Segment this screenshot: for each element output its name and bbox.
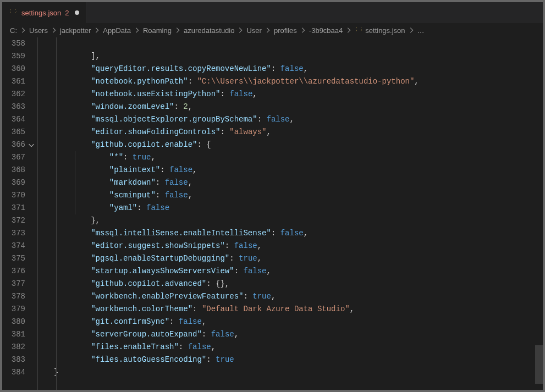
- code-line[interactable]: "github.copilot.enable": {: [54, 139, 535, 151]
- code-line[interactable]: "mssql.objectExplorer.groupBySchema": fa…: [54, 113, 535, 126]
- breadcrumb-segment[interactable]: -3b9cbaa4: [309, 26, 343, 35]
- line-number: 383: [2, 354, 25, 366]
- tab-filename: settings.json: [21, 9, 61, 17]
- tab-bar: settings.json 2: [2, 2, 543, 23]
- line-number: 373: [2, 227, 25, 240]
- line-number: 371: [2, 202, 25, 214]
- indent-guide: [56, 37, 57, 390]
- code-line[interactable]: "editor.showFoldingControls": "always",: [54, 126, 535, 139]
- chevron-right-icon: [93, 26, 101, 34]
- code-line[interactable]: "editor.suggest.showSnippets": false,: [54, 240, 535, 252]
- code-line[interactable]: "window.zoomLevel": 2,: [54, 101, 535, 113]
- breadcrumb-segment[interactable]: C:: [10, 26, 17, 35]
- line-number: 369: [2, 176, 25, 189]
- breadcrumb-segment[interactable]: Users: [29, 26, 48, 35]
- code-line[interactable]: "workbench.colorTheme": "Default Dark Az…: [54, 303, 535, 316]
- code-line[interactable]: "plaintext": false,: [54, 164, 535, 176]
- code-line[interactable]: }: [54, 366, 535, 379]
- line-number: 366: [2, 139, 25, 151]
- line-number: 379: [2, 303, 25, 316]
- code-line[interactable]: "serverGroup.autoExpand": false,: [54, 328, 535, 341]
- vertical-scrollbar[interactable]: [535, 37, 543, 390]
- breadcrumb-segment[interactable]: AppData: [103, 26, 131, 35]
- code-line[interactable]: "queryEditor.results.copyRemoveNewLine":…: [54, 63, 535, 75]
- code-line[interactable]: "git.confirmSync": false,: [54, 316, 535, 328]
- line-number: 376: [2, 265, 25, 278]
- breadcrumb-segment[interactable]: profiles: [274, 26, 297, 35]
- indent-guide: [75, 151, 75, 214]
- line-number: 360: [2, 63, 25, 75]
- code-line[interactable]: "notebook.pythonPath": "C:\\Users\\jackp…: [54, 75, 535, 88]
- chevron-right-icon: [264, 26, 272, 34]
- fold-toggle-icon[interactable]: [27, 141, 35, 148]
- code-content[interactable]: ], "queryEditor.results.copyRemoveNewLin…: [37, 37, 535, 390]
- line-number: 367: [2, 151, 25, 164]
- code-line[interactable]: },: [54, 214, 535, 227]
- line-number: 380: [2, 316, 25, 328]
- line-number: 378: [2, 290, 25, 303]
- line-number-gutter: 3583593603613623633643653663673683693703…: [2, 37, 37, 390]
- line-number: 364: [2, 113, 25, 126]
- breadcrumb-segment[interactable]: jackpotter: [60, 26, 91, 35]
- tab-problem-badge: 2: [65, 9, 69, 17]
- line-number: 363: [2, 101, 25, 113]
- code-line[interactable]: "markdown": false,: [54, 176, 535, 189]
- json-file-icon: [355, 26, 363, 35]
- line-number: 370: [2, 189, 25, 202]
- breadcrumb-segment[interactable]: User: [246, 26, 261, 35]
- chevron-right-icon: [19, 26, 27, 34]
- line-number: 375: [2, 252, 25, 265]
- code-line[interactable]: "pgsql.enableStartupDebugging": true,: [54, 252, 535, 265]
- chevron-right-icon: [133, 26, 141, 34]
- line-number: 372: [2, 214, 25, 227]
- code-line[interactable]: "notebook.useExistingPython": false,: [54, 88, 535, 101]
- line-number: 365: [2, 126, 25, 139]
- line-number: 382: [2, 341, 25, 354]
- code-line[interactable]: "startup.alwaysShowServersView": false,: [54, 265, 535, 278]
- breadcrumb-overflow[interactable]: …: [417, 26, 425, 35]
- line-number: 374: [2, 240, 25, 252]
- line-number: 359: [2, 50, 25, 63]
- file-tab[interactable]: settings.json 2: [2, 2, 86, 23]
- chevron-right-icon: [345, 26, 353, 34]
- breadcrumb-segment[interactable]: azuredatastudio: [184, 26, 235, 35]
- code-line[interactable]: "workbench.enablePreviewFeatures": true,: [54, 290, 535, 303]
- editor-window: settings.json 2 C:UsersjackpotterAppData…: [2, 2, 543, 390]
- line-number: 362: [2, 88, 25, 101]
- code-line[interactable]: "github.copilot.advanced": {},: [54, 278, 535, 290]
- code-line[interactable]: "files.autoGuessEncoding": true: [54, 354, 535, 366]
- breadcrumb-segment[interactable]: Roaming: [143, 26, 172, 35]
- chevron-right-icon: [236, 26, 244, 34]
- chevron-right-icon: [408, 26, 415, 34]
- code-line[interactable]: "mssql.intelliSense.enableIntelliSense":…: [54, 227, 535, 240]
- breadcrumb: C:UsersjackpotterAppDataRoamingazuredata…: [2, 23, 543, 37]
- code-line[interactable]: ],: [54, 50, 535, 63]
- code-line[interactable]: "yaml": false: [54, 202, 535, 214]
- indent-guide: [37, 37, 38, 390]
- scrollbar-thumb[interactable]: [535, 345, 543, 384]
- line-number: 381: [2, 328, 25, 341]
- line-number: 377: [2, 278, 25, 290]
- chevron-right-icon: [50, 26, 58, 34]
- json-file-icon: [9, 8, 18, 17]
- code-line[interactable]: "scminput": false,: [54, 189, 535, 202]
- code-editor[interactable]: 3583593603613623633643653663673683693703…: [2, 37, 543, 390]
- line-number: 368: [2, 164, 25, 176]
- code-line[interactable]: "files.enableTrash": false,: [54, 341, 535, 354]
- code-line[interactable]: "*": true,: [54, 151, 535, 164]
- breadcrumb-file[interactable]: settings.json: [355, 26, 405, 35]
- dirty-indicator-icon[interactable]: [75, 10, 79, 15]
- line-number: 358: [2, 37, 25, 50]
- line-number: 384: [2, 366, 25, 379]
- code-line[interactable]: [54, 37, 535, 50]
- chevron-right-icon: [174, 26, 181, 34]
- line-number: 361: [2, 75, 25, 88]
- chevron-right-icon: [299, 26, 307, 34]
